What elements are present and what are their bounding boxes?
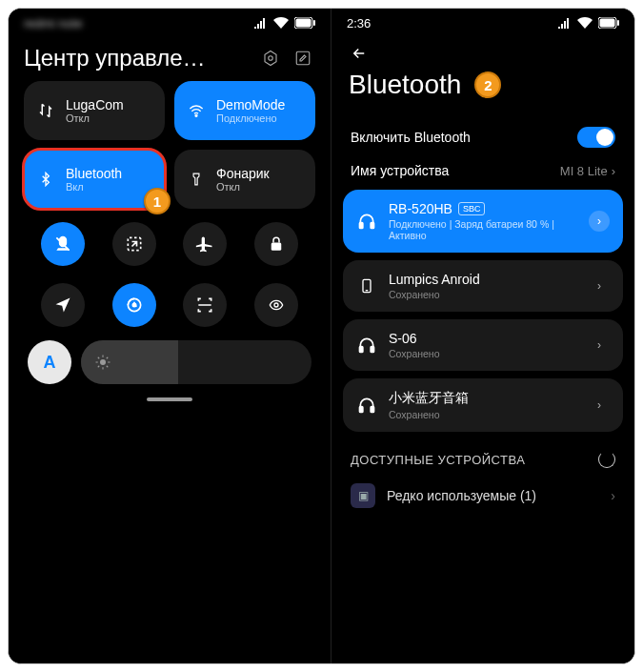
paired-devices-list: RB-520HB SBC Подключено | Заряд батареи … — [332, 186, 634, 436]
toggle-scanner[interactable] — [183, 283, 227, 327]
quick-tiles-grid: LugaCom Откл DemoMode Подключено Bluetoo… — [9, 81, 331, 209]
wifi-icon — [577, 17, 593, 29]
svg-marker-3 — [265, 51, 276, 66]
svg-point-4 — [269, 56, 273, 61]
svg-line-19 — [107, 366, 109, 368]
step-badge-1: 1 — [144, 188, 171, 214]
chevron-right-icon[interactable]: › — [589, 335, 610, 356]
cc-title: Центр управле… — [24, 45, 251, 71]
device-name: RB-520HB SBC — [389, 201, 577, 216]
screenshot-container: redmi note Центр управле… — [8, 8, 635, 664]
signal-icon — [254, 17, 268, 29]
toggle-mute[interactable] — [41, 222, 85, 266]
refresh-icon[interactable] — [598, 451, 615, 468]
stack-icon: ▣ — [351, 483, 375, 508]
tile-bluetooth[interactable]: Bluetooth Вкл 1 — [24, 150, 165, 209]
headphones-icon — [356, 336, 377, 355]
status-time: 2:36 — [347, 16, 371, 31]
device-name: 小米蓝牙音箱 — [389, 390, 577, 407]
bluetooth-toggle[interactable] — [577, 127, 615, 148]
bluetooth-icon — [35, 170, 56, 189]
page-title-row: Bluetooth 2 — [332, 70, 634, 119]
device-item[interactable]: Lumpics Anroid Сохранено › — [343, 260, 623, 312]
svg-rect-29 — [360, 347, 363, 353]
flashlight-icon — [186, 170, 207, 189]
cc-header: Центр управле… — [9, 37, 331, 81]
svg-point-13 — [100, 359, 106, 365]
signal-icon — [558, 17, 572, 29]
svg-line-21 — [107, 357, 109, 359]
svg-rect-30 — [371, 347, 373, 353]
toggle-screenshot[interactable] — [112, 222, 156, 266]
device-name-row[interactable]: Имя устройства MI 8 Lite › — [332, 155, 634, 186]
carrier-blurred: redmi note — [24, 16, 82, 31]
statusbar-right: 2:36 — [332, 9, 634, 37]
chevron-right-icon: › — [611, 488, 615, 503]
device-item[interactable]: RB-520HB SBC Подключено | Заряд батареи … — [343, 190, 623, 253]
device-status: Сохранено — [389, 348, 577, 359]
edit-icon[interactable] — [291, 46, 315, 71]
svg-line-18 — [98, 357, 100, 359]
wifi-icon — [273, 17, 289, 29]
svg-point-6 — [195, 114, 197, 116]
tile-sub: Подключено — [216, 112, 285, 124]
tile-label: DemoMode — [216, 97, 285, 112]
toggle-location[interactable] — [41, 283, 85, 327]
svg-point-11 — [132, 303, 135, 306]
settings-icon[interactable] — [258, 46, 283, 71]
rarely-used-row[interactable]: ▣ Редко используемые (1) › — [332, 474, 634, 518]
back-button[interactable] — [332, 37, 634, 70]
device-status: Подключено | Заряд батареи 80 % | Активн… — [389, 218, 577, 241]
toggle-row-2 — [9, 270, 331, 331]
tile-label: Bluetooth — [66, 166, 122, 181]
svg-line-20 — [98, 366, 100, 368]
control-center-panel: redmi note Центр управле… — [9, 9, 332, 663]
bluetooth-settings-panel: 2:36 Bluetooth 2 Включить — [332, 9, 634, 663]
svg-rect-9 — [271, 243, 282, 251]
battery-icon — [598, 17, 619, 29]
rarely-used-label: Редко используемые (1) — [387, 488, 599, 503]
device-name: S-06 — [389, 331, 577, 346]
brightness-slider[interactable] — [81, 340, 311, 384]
tile-flashlight[interactable]: Фонарик Откл — [174, 150, 315, 209]
chevron-right-icon[interactable]: › — [589, 211, 610, 232]
brightness-row: A — [9, 331, 331, 384]
codec-badge: SBC — [458, 202, 486, 215]
svg-rect-25 — [360, 223, 363, 229]
auto-brightness-toggle[interactable]: A — [28, 340, 71, 384]
device-status: Сохранено — [389, 409, 577, 420]
battery-icon — [294, 17, 315, 29]
toggle-eye[interactable] — [254, 283, 298, 327]
chevron-right-icon[interactable]: › — [589, 275, 610, 296]
tile-wifi[interactable]: DemoMode Подключено — [174, 81, 315, 140]
drag-handle[interactable] — [147, 397, 192, 401]
toggle-airplane[interactable] — [183, 222, 227, 266]
tile-sub: Откл — [216, 181, 270, 193]
page-title: Bluetooth — [349, 70, 461, 100]
svg-rect-2 — [313, 20, 315, 26]
tile-data[interactable]: LugaCom Откл — [24, 81, 165, 140]
statusbar-left: redmi note — [9, 9, 331, 37]
headphones-icon — [356, 396, 377, 415]
device-name-value: MI 8 Lite — [560, 164, 608, 178]
enable-bluetooth-row[interactable]: Включить Bluetooth — [332, 119, 634, 155]
data-icon — [35, 102, 56, 119]
chevron-right-icon[interactable]: › — [589, 395, 610, 416]
device-name-label: Имя устройства — [351, 163, 449, 178]
toggle-lock[interactable] — [254, 222, 298, 266]
device-item[interactable]: S-06 Сохранено › — [343, 319, 623, 371]
enable-bluetooth-label: Включить Bluetooth — [351, 130, 471, 145]
svg-rect-5 — [296, 51, 310, 65]
wifi-icon — [186, 103, 207, 118]
headphones-icon — [356, 212, 377, 231]
tile-label: Фонарик — [216, 166, 270, 181]
device-item[interactable]: 小米蓝牙音箱 Сохранено › — [343, 378, 623, 432]
tile-sub: Откл — [66, 112, 124, 124]
svg-rect-31 — [360, 407, 363, 413]
chevron-right-icon: › — [612, 164, 615, 178]
step-badge-2: 2 — [474, 71, 501, 98]
device-status: Сохранено — [389, 289, 577, 300]
toggle-rotate[interactable] — [112, 283, 156, 327]
svg-rect-26 — [371, 223, 373, 229]
device-name: Lumpics Anroid — [389, 272, 577, 287]
